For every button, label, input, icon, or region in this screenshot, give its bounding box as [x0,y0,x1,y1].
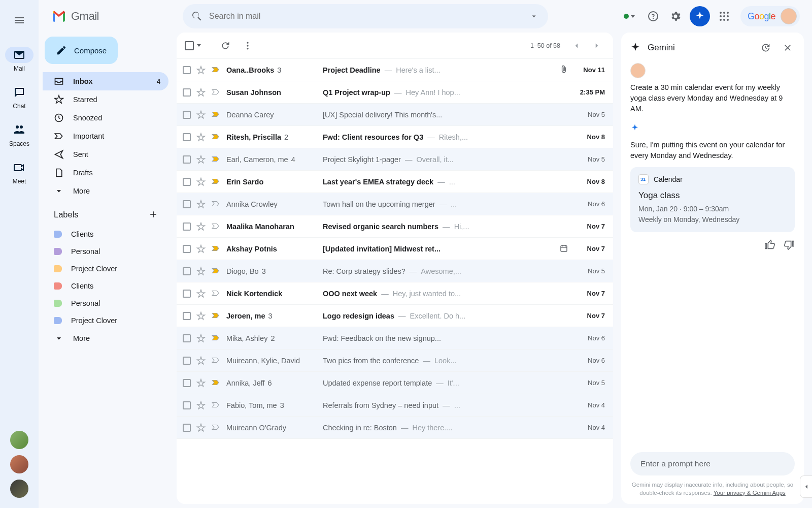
email-row[interactable]: Diogo, Bo 3 Re: Corp strategy slides? — … [177,260,613,282]
rail-item-mail[interactable]: Mail [5,43,33,80]
star-toggle[interactable] [196,311,206,321]
important-marker[interactable] [211,221,221,232]
rail-item-spaces[interactable]: Spaces [5,118,33,155]
important-marker[interactable] [211,289,221,299]
brand[interactable]: Gmail [47,8,174,24]
search-box[interactable] [183,4,548,28]
row-checkbox[interactable] [183,312,191,320]
history-button[interactable] [757,40,773,56]
nav-item-drafts[interactable]: Drafts [43,164,168,182]
email-row[interactable]: Oana..Brooks 3 Project Deadline — Here's… [177,59,613,81]
collapse-side-panel-button[interactable] [800,475,812,498]
email-row[interactable]: Muireann O'Grady Checking in re: Boston … [177,417,613,439]
label-item[interactable]: Clients [43,226,168,243]
star-toggle[interactable] [196,199,206,209]
important-marker[interactable] [211,65,221,75]
settings-button[interactable] [665,6,686,26]
gemini-button[interactable] [690,6,710,26]
star-toggle[interactable] [196,110,206,120]
star-toggle[interactable] [196,378,206,388]
row-checkbox[interactable] [183,200,191,208]
important-marker[interactable] [211,356,221,366]
mail-list[interactable]: Oana..Brooks 3 Project Deadline — Here's… [177,59,613,504]
row-checkbox[interactable] [183,357,191,365]
row-checkbox[interactable] [183,379,191,387]
rail-item-meet[interactable]: Meet [5,155,33,193]
status-indicator[interactable] [618,14,641,19]
important-marker[interactable] [211,244,221,254]
nav-item-sent[interactable]: Sent [43,145,168,164]
thumbs-down-icon[interactable] [784,239,795,250]
help-button[interactable] [643,6,663,26]
important-marker[interactable] [211,87,221,98]
star-toggle[interactable] [196,356,206,366]
labels-more[interactable]: More [43,329,168,347]
row-checkbox[interactable] [183,334,191,342]
important-marker[interactable] [211,400,221,410]
email-row[interactable]: Nick Kortendick OOO next week — Hey, jus… [177,282,613,305]
nav-item-more[interactable]: More [43,182,168,200]
presence-avatar[interactable] [10,431,28,449]
row-checkbox[interactable] [183,401,191,409]
star-toggle[interactable] [196,423,206,433]
row-checkbox[interactable] [183,178,191,186]
compose-button[interactable]: Compose [45,37,118,64]
row-checkbox[interactable] [183,245,191,253]
row-checkbox[interactable] [183,88,191,97]
row-checkbox[interactable] [183,290,191,298]
important-marker[interactable] [211,132,221,142]
email-row[interactable]: Ritesh, Priscilla 2 Fwd: Client resource… [177,126,613,148]
star-toggle[interactable] [196,65,206,75]
email-row[interactable]: Annika, Jeff 6 Updated expense report te… [177,372,613,394]
label-item[interactable]: Personal [43,243,168,260]
email-row[interactable]: Muireann, Kylie, David Two pics from the… [177,350,613,372]
search-input[interactable] [209,12,524,21]
email-row[interactable]: Fabio, Tom, me 3 Referrals from Sydney –… [177,394,613,417]
label-item[interactable]: Personal [43,295,168,312]
important-marker[interactable] [211,110,221,120]
important-marker[interactable] [211,154,221,165]
presence-avatar[interactable] [10,455,28,473]
account-chip[interactable]: Google [740,6,800,26]
important-marker[interactable] [211,199,221,209]
thumbs-up-icon[interactable] [764,239,775,250]
important-marker[interactable] [211,311,221,321]
email-row[interactable]: Annika Crowley Town hall on the upcoming… [177,193,613,215]
email-row[interactable]: Susan Johnson Q1 Project wrap-up — Hey A… [177,81,613,104]
more-actions-button[interactable] [238,36,258,56]
row-checkbox[interactable] [183,111,191,119]
label-item[interactable]: Clients [43,277,168,295]
email-row[interactable]: Earl, Cameron, me 4 Project Skylight 1-p… [177,148,613,171]
apps-button[interactable] [714,6,734,26]
nav-item-important[interactable]: Important [43,127,168,145]
important-marker[interactable] [211,423,221,433]
email-row[interactable]: Mika, Ashley 2 Fwd: Feedback on the new … [177,327,613,350]
email-row[interactable]: Maalika Manoharan Revised organic search… [177,215,613,238]
refresh-button[interactable] [215,36,235,56]
star-toggle[interactable] [196,87,206,98]
row-checkbox[interactable] [183,424,191,432]
nav-item-snoozed[interactable]: Snoozed [43,109,168,127]
nav-item-starred[interactable]: Starred [43,90,168,109]
email-row[interactable]: Erin Sardo Last year's EMEA strategy dec… [177,171,613,193]
close-button[interactable] [780,40,796,56]
menu-button[interactable] [7,8,31,33]
row-checkbox[interactable] [183,155,191,164]
star-toggle[interactable] [196,289,206,299]
email-row[interactable]: Deanna Carey [UX] Special delivery! This… [177,104,613,126]
row-checkbox[interactable] [183,133,191,141]
user-avatar[interactable] [781,8,797,24]
row-checkbox[interactable] [183,66,191,74]
search-options-button[interactable] [524,6,544,26]
next-page-button[interactable] [587,36,607,56]
add-label-button[interactable] [146,207,160,221]
star-toggle[interactable] [196,132,206,142]
label-item[interactable]: Project Clover [43,312,168,329]
select-all-checkbox[interactable] [183,41,203,50]
important-marker[interactable] [211,333,221,343]
star-toggle[interactable] [196,177,206,187]
rail-item-chat[interactable]: Chat [5,80,33,118]
star-toggle[interactable] [196,266,206,276]
disclaimer-link[interactable]: Your privacy & Gemini Apps [714,490,786,496]
email-row[interactable]: Akshay Potnis [Updated invitation] Midwe… [177,238,613,260]
